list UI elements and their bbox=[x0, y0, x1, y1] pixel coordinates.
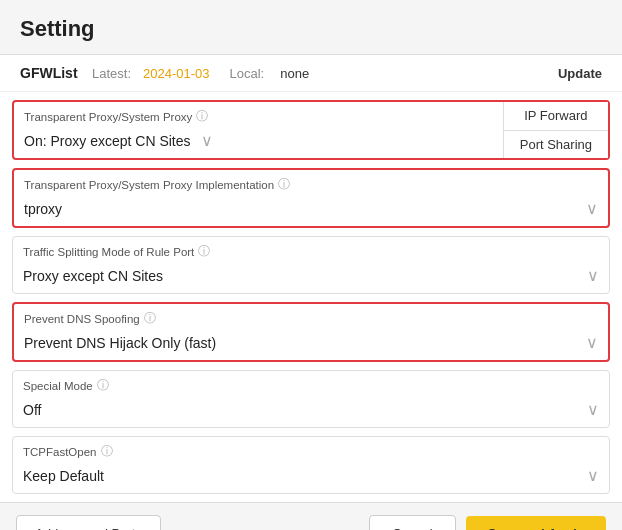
proxy-implementation-value: tproxy bbox=[24, 201, 62, 217]
tcp-fast-open-value-row[interactable]: Keep Default ∨ bbox=[13, 462, 609, 493]
settings-page: Setting GFWList Latest: 2024-01-03 Local… bbox=[0, 0, 622, 530]
setting-row-transparent-proxy: Transparent Proxy/System Proxy ⓘ On: Pro… bbox=[12, 100, 610, 160]
special-mode-info-icon: ⓘ bbox=[97, 377, 109, 394]
ip-forward-button[interactable]: IP Forward bbox=[504, 102, 608, 131]
tcp-fast-open-value: Keep Default bbox=[23, 468, 104, 484]
prevent-dns-info-icon: ⓘ bbox=[144, 310, 156, 327]
tcp-fast-open-label: TCPFastOpen ⓘ bbox=[13, 437, 609, 462]
prevent-dns-value-row[interactable]: Prevent DNS Hijack Only (fast) ∨ bbox=[14, 329, 608, 360]
gfwlist-local-value: none bbox=[280, 66, 309, 81]
gfwlist-label: GFWList bbox=[20, 65, 80, 81]
address-ports-button[interactable]: Address and Ports bbox=[16, 515, 161, 530]
gfwlist-latest-value: 2024-01-03 bbox=[143, 66, 210, 81]
gfwlist-row: GFWList Latest: 2024-01-03 Local: none U… bbox=[0, 55, 622, 92]
proxy-implementation-label: Transparent Proxy/System Proxy Implement… bbox=[14, 170, 608, 195]
prevent-dns-chevron-icon: ∨ bbox=[586, 333, 598, 352]
save-apply-button[interactable]: Save and Apply bbox=[466, 516, 606, 530]
setting-row-tcp-fast-open: TCPFastOpen ⓘ Keep Default ∨ bbox=[12, 436, 610, 494]
special-mode-value-row[interactable]: Off ∨ bbox=[13, 396, 609, 427]
port-sharing-button[interactable]: Port Sharing bbox=[504, 131, 608, 159]
tcp-fast-open-chevron-icon: ∨ bbox=[587, 466, 599, 485]
traffic-splitting-info-icon: ⓘ bbox=[198, 243, 210, 260]
setting-row-prevent-dns: Prevent DNS Spoofing ⓘ Prevent DNS Hijac… bbox=[12, 302, 610, 362]
proxy-implementation-value-row[interactable]: tproxy ∨ bbox=[14, 195, 608, 226]
transparent-proxy-value-row[interactable]: On: Proxy except CN Sites ∨ bbox=[14, 127, 503, 158]
traffic-splitting-value-row[interactable]: Proxy except CN Sites ∨ bbox=[13, 262, 609, 293]
setting-row-proxy-implementation: Transparent Proxy/System Proxy Implement… bbox=[12, 168, 610, 228]
transparent-proxy-value: On: Proxy except CN Sites bbox=[24, 133, 191, 149]
traffic-splitting-label: Traffic Splitting Mode of Rule Port ⓘ bbox=[13, 237, 609, 262]
transparent-proxy-chevron-icon: ∨ bbox=[201, 131, 213, 150]
content-area: GFWList Latest: 2024-01-03 Local: none U… bbox=[0, 55, 622, 502]
tcp-fast-open-info-icon: ⓘ bbox=[101, 443, 113, 460]
gfwlist-latest-key: Latest: bbox=[92, 66, 131, 81]
transparent-proxy-info-icon: ⓘ bbox=[196, 108, 208, 125]
proxy-implementation-info-icon: ⓘ bbox=[278, 176, 290, 193]
proxy-implementation-chevron-icon: ∨ bbox=[586, 199, 598, 218]
prevent-dns-label: Prevent DNS Spoofing ⓘ bbox=[14, 304, 608, 329]
gfwlist-update-button[interactable]: Update bbox=[558, 66, 602, 81]
setting-row-traffic-splitting: Traffic Splitting Mode of Rule Port ⓘ Pr… bbox=[12, 236, 610, 294]
setting-row-special-mode: Special Mode ⓘ Off ∨ bbox=[12, 370, 610, 428]
prevent-dns-value: Prevent DNS Hijack Only (fast) bbox=[24, 335, 216, 351]
proxy-main: Transparent Proxy/System Proxy ⓘ On: Pro… bbox=[14, 102, 504, 158]
proxy-action-buttons: IP Forward Port Sharing bbox=[504, 102, 608, 158]
footer: Address and Ports Cancel Save and Apply bbox=[0, 502, 622, 530]
special-mode-chevron-icon: ∨ bbox=[587, 400, 599, 419]
transparent-proxy-label: Transparent Proxy/System Proxy ⓘ bbox=[14, 102, 503, 127]
page-title: Setting bbox=[0, 0, 622, 54]
traffic-splitting-value: Proxy except CN Sites bbox=[23, 268, 163, 284]
special-mode-label: Special Mode ⓘ bbox=[13, 371, 609, 396]
special-mode-value: Off bbox=[23, 402, 41, 418]
gfwlist-local-key: Local: bbox=[230, 66, 265, 81]
cancel-button[interactable]: Cancel bbox=[369, 515, 455, 530]
traffic-splitting-chevron-icon: ∨ bbox=[587, 266, 599, 285]
